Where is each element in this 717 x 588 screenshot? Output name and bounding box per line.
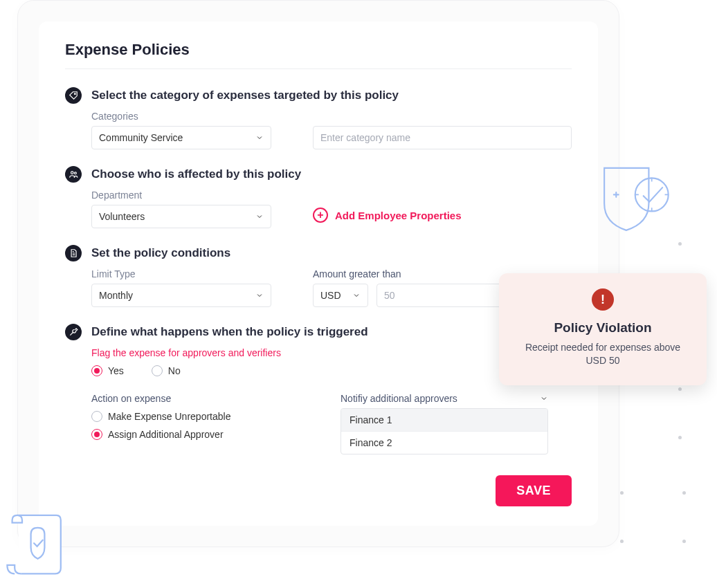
limit-type-value: Monthly	[99, 290, 133, 301]
chevron-down-icon	[352, 291, 361, 300]
action-assign-label: Assign Additional Approver	[108, 429, 224, 440]
shield-decoration-icon	[592, 159, 675, 242]
radio-icon	[152, 365, 163, 376]
plus-icon: +	[313, 208, 328, 223]
add-employee-label: Add Employee Properties	[335, 210, 462, 221]
section-title: Set the policy conditions	[91, 246, 572, 260]
people-icon	[65, 166, 82, 183]
radio-selected-icon	[91, 365, 102, 376]
currency-dropdown[interactable]: USD	[313, 284, 368, 307]
notify-label: Notifiy additional approvers	[341, 393, 457, 404]
chevron-down-icon	[255, 212, 264, 221]
section-conditions: Set the policy conditions Limit Type Mon…	[65, 246, 572, 307]
action-unreportable-label: Make Expense Unreportable	[108, 411, 230, 422]
department-value: Volunteers	[99, 211, 145, 222]
approver-option[interactable]: Finance 1	[341, 409, 547, 431]
category-name-placeholder: Enter category name	[320, 132, 410, 143]
radio-selected-icon	[91, 429, 102, 440]
save-button[interactable]: SAVE	[496, 475, 572, 506]
amount-placeholder: 50	[384, 290, 395, 301]
section-actions: Define what happens when the policy is t…	[65, 325, 572, 454]
limit-type-label: Limit Type	[91, 268, 271, 279]
flag-yes-label: Yes	[108, 365, 124, 376]
document-icon	[65, 245, 82, 261]
categories-dropdown[interactable]: Community Service	[91, 126, 271, 149]
section-title: Choose who is affected by this policy	[91, 167, 572, 181]
svg-point-2	[71, 172, 74, 174]
policy-violation-toast: ! Policy Violation Receipt needed for ex…	[499, 273, 707, 385]
department-dropdown[interactable]: Volunteers	[91, 205, 271, 228]
chevron-down-icon	[255, 291, 264, 300]
wrench-icon	[65, 324, 82, 340]
currency-value: USD	[320, 290, 341, 301]
flag-no-label: No	[168, 365, 181, 376]
scroll-decoration-icon	[3, 508, 66, 581]
svg-point-1	[74, 93, 75, 95]
radio-icon	[91, 411, 102, 422]
action-assign-radio[interactable]: Assign Additional Approver	[91, 429, 299, 440]
toast-title: Policy Violation	[514, 320, 691, 336]
action-unreportable-radio[interactable]: Make Expense Unreportable	[91, 411, 299, 422]
approver-option[interactable]: Finance 2	[341, 431, 547, 454]
section-category: Select the category of expenses targeted…	[65, 89, 572, 149]
flag-yes-radio[interactable]: Yes	[91, 365, 124, 376]
svg-point-0	[635, 178, 669, 211]
divider	[65, 68, 572, 69]
action-label: Action on expense	[91, 393, 299, 404]
notify-approvers-dropdown[interactable]: Notifiy additional approvers	[341, 393, 548, 404]
chevron-down-icon	[255, 134, 264, 142]
add-employee-properties-button[interactable]: + Add Employee Properties	[313, 208, 572, 223]
svg-point-3	[74, 172, 76, 174]
section-affected: Choose who is affected by this policy De…	[65, 167, 572, 228]
save-bar: SAVE	[65, 475, 572, 506]
approver-list: Finance 1 Finance 2	[341, 408, 548, 454]
chevron-down-icon	[540, 394, 548, 403]
categories-label: Categories	[91, 111, 271, 122]
categories-value: Community Service	[99, 132, 183, 143]
warning-icon: !	[592, 288, 614, 311]
limit-type-dropdown[interactable]: Monthly	[91, 284, 271, 307]
toast-message: Receipt needed for expenses above USD 50	[514, 341, 691, 367]
tag-icon	[65, 87, 82, 104]
department-label: Department	[91, 190, 271, 201]
category-name-input[interactable]: Enter category name	[313, 126, 572, 149]
flag-no-radio[interactable]: No	[152, 365, 181, 376]
section-title: Select the category of expenses targeted…	[91, 89, 572, 102]
page-title: Expense Policies	[65, 41, 572, 59]
decorative-dots	[620, 491, 689, 546]
